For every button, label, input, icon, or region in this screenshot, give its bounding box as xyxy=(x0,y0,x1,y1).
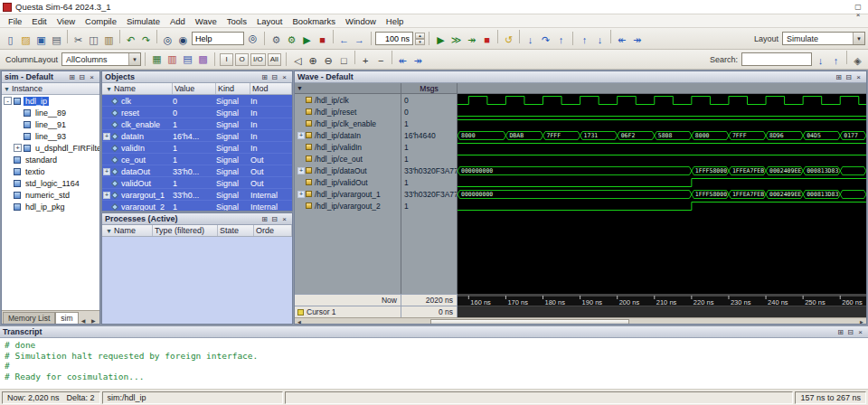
copy-icon[interactable]: ◫ xyxy=(86,33,101,48)
close-icon[interactable]: × xyxy=(279,214,289,224)
print-icon[interactable]: ▤ xyxy=(49,33,64,48)
expand-icon[interactable]: + xyxy=(297,167,305,174)
scrollbar-thumb[interactable] xyxy=(430,319,629,325)
open-folder-icon[interactable]: ▨ xyxy=(18,33,33,48)
scroll-right-icon[interactable]: ▶ xyxy=(857,319,866,325)
menu-bookmarks[interactable]: Bookmarks xyxy=(288,16,341,26)
cut-icon[interactable]: ✂ xyxy=(71,33,86,48)
tab-sim[interactable]: sim xyxy=(55,312,78,324)
expand-icon[interactable]: + xyxy=(14,144,22,152)
wave-name-varargout_2[interactable]: /hdl_ip/varargout_2 xyxy=(295,200,401,212)
prev-edge-icon[interactable]: ↞ xyxy=(395,53,410,69)
tree-item-line__89[interactable]: line__89 xyxy=(2,107,99,118)
wave-panel-header[interactable]: Wave - Default ⊞⊟× xyxy=(295,71,866,83)
maximize-button[interactable]: ▢ xyxy=(848,3,868,11)
tab-scroll-right-icon[interactable]: ▶ xyxy=(89,317,99,324)
zoom-in-icon[interactable]: ⊕ xyxy=(306,53,321,69)
add-cursor-icon[interactable]: + xyxy=(358,52,373,68)
paste-icon[interactable]: ▥ xyxy=(101,33,117,48)
sim-panel-header[interactable]: sim - Default ⊞⊟× xyxy=(2,71,99,83)
new-file-icon[interactable]: ▯ xyxy=(3,33,18,48)
wave-name-dataOut[interactable]: +/hdl_ip/dataOut xyxy=(295,165,401,176)
dock-icon[interactable]: ⊞ xyxy=(259,72,269,82)
tree-item-numeric_std[interactable]: numeric_std xyxy=(2,189,99,201)
wave-name-clk_enable[interactable]: /hdl_ip/clk_enable xyxy=(295,118,401,129)
dock-icon[interactable]: ⊞ xyxy=(835,327,845,337)
run-all-icon[interactable]: ↠ xyxy=(464,33,479,48)
object-row-validIn[interactable]: validIn1SignalIn xyxy=(102,142,292,154)
close-icon[interactable]: × xyxy=(854,72,863,82)
processes-column-orde[interactable]: Orde xyxy=(254,225,292,236)
expand-icon[interactable]: + xyxy=(297,191,305,198)
object-row-validOut[interactable]: validOut1SignalOut xyxy=(102,177,292,189)
objects-column-mod[interactable]: Mod xyxy=(250,83,292,94)
find-icon[interactable]: ◎ xyxy=(160,33,175,48)
undock-icon[interactable]: ⊟ xyxy=(269,214,279,224)
menu-view[interactable]: View xyxy=(52,16,80,26)
search-input[interactable] xyxy=(741,52,812,66)
menu-window[interactable]: Window xyxy=(341,16,381,26)
menu-wave[interactable]: Wave xyxy=(191,16,222,26)
menu-layout[interactable]: Layout xyxy=(252,16,288,26)
objects-panel-header[interactable]: Objects ⊞⊟× xyxy=(102,71,292,83)
tree-item-u_dsphdl_FIRFilter[interactable]: +u_dsphdl_FIRFilter xyxy=(2,142,99,154)
search-down-icon[interactable]: ↓ xyxy=(813,52,828,68)
processes-column-typefiltered[interactable]: Type (filtered) xyxy=(153,225,218,236)
dock-icon[interactable]: ⊞ xyxy=(67,72,77,82)
wave-name-validOut[interactable]: /hdl_ip/validOut xyxy=(295,176,401,188)
object-row-ce_out[interactable]: ce_out1SignalOut xyxy=(102,154,292,165)
help-search-icon[interactable]: ◎ xyxy=(245,31,260,46)
next-edge-icon[interactable]: ↠ xyxy=(410,53,426,69)
wave-horizontal-scrollbar[interactable]: ◀ ▶ xyxy=(295,317,866,325)
objects-column-kind[interactable]: Kind xyxy=(216,83,250,94)
advanced-search-icon[interactable]: ◈ xyxy=(850,53,865,69)
find-next-icon[interactable]: ◉ xyxy=(175,33,191,48)
time-axis[interactable]: 160 ns170 ns180 ns190 ns200 ns210 ns220 … xyxy=(458,294,866,306)
tree-item-line__91[interactable]: line__91 xyxy=(2,118,99,130)
navigate-up-icon[interactable]: ↑ xyxy=(577,32,592,47)
restart-icon[interactable]: ↺ xyxy=(501,33,516,48)
collapse-icon[interactable]: - xyxy=(4,97,12,105)
tree-item-hdl_ip_pkg[interactable]: hdl_ip_pkg xyxy=(2,201,99,212)
wave-values-header[interactable]: Msgs xyxy=(401,83,458,94)
menu-help[interactable]: Help xyxy=(382,16,409,26)
object-row-dataIn[interactable]: +dataIn16'h4...SignalIn xyxy=(102,130,292,142)
save-icon[interactable]: ▣ xyxy=(33,33,49,48)
object-row-clk[interactable]: clk0SignalIn xyxy=(102,95,292,107)
undock-icon[interactable]: ⊟ xyxy=(845,327,855,337)
wave-name-reset[interactable]: /hdl_ip/reset xyxy=(295,106,401,118)
tree-item-std_logic_1164[interactable]: std_logic_1164 xyxy=(2,177,99,189)
expand-icon[interactable]: + xyxy=(103,192,110,199)
menu-compile[interactable]: Compile xyxy=(80,16,121,26)
objects-column-name[interactable]: ▼Name xyxy=(102,83,173,94)
environment-forward-icon[interactable]: → xyxy=(352,32,367,47)
close-icon[interactable]: × xyxy=(855,327,865,337)
wave-name-validIn[interactable]: /hdl_ip/validIn xyxy=(295,141,401,153)
transcript-body[interactable]: # done# Simulation halt requested by for… xyxy=(0,338,868,389)
tab-scroll-left-icon[interactable]: ◀ xyxy=(79,317,89,324)
waveform-area[interactable]: 8000DBAB7FFF173106F2580880007FFF8D9604D5… xyxy=(458,94,866,294)
expand-icon[interactable]: + xyxy=(103,168,110,175)
run-length-input[interactable] xyxy=(375,32,413,45)
step-over-icon[interactable]: ↷ xyxy=(538,33,553,48)
wave-name-clk[interactable]: /hdl_ip/clk xyxy=(295,94,401,106)
search-up-icon[interactable]: ↑ xyxy=(828,52,844,68)
menu-edit[interactable]: Edit xyxy=(27,16,51,26)
jump-start-icon[interactable]: ↞ xyxy=(614,33,629,48)
cursor-value-cell[interactable]: 0 ns xyxy=(401,306,458,317)
tree-item-textio[interactable]: textio xyxy=(2,165,99,177)
object-row-varargout_1[interactable]: +varargout_133'h0...SignalInternal xyxy=(102,189,292,201)
object-row-clk_enable[interactable]: clk_enable1SignalIn xyxy=(102,118,292,130)
continue-run-icon[interactable]: ≫ xyxy=(448,33,464,48)
tab-memory-list[interactable]: Memory List xyxy=(3,312,55,324)
zoom-full-icon[interactable]: □ xyxy=(336,52,352,68)
dock-icon[interactable]: ⊞ xyxy=(259,214,269,224)
scroll-left-icon[interactable]: ◀ xyxy=(295,319,304,325)
simulate-icon[interactable]: ▶ xyxy=(299,33,315,48)
menu-file[interactable]: File xyxy=(4,16,26,26)
close-button[interactable]: × xyxy=(848,11,868,19)
expand-icon[interactable]: + xyxy=(103,133,110,140)
break-icon[interactable]: ■ xyxy=(315,32,330,47)
select-mode-icon[interactable]: ◁ xyxy=(290,53,306,69)
expand-icon[interactable]: + xyxy=(297,132,305,139)
